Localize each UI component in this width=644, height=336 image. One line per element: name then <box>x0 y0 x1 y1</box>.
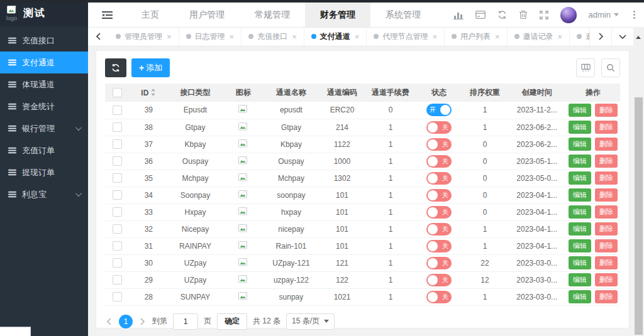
sidebar-item[interactable]: 体现通道 <box>0 73 88 95</box>
per-page-select[interactable]: 15 条/页 <box>286 313 335 330</box>
sidebar-item[interactable]: 支付通道 <box>0 51 88 73</box>
current-page-button[interactable]: 1 <box>119 315 133 328</box>
delete-button[interactable]: 删除 <box>595 121 618 134</box>
row-checkbox[interactable] <box>113 156 122 166</box>
menu-collapse-icon[interactable] <box>88 11 126 19</box>
tabs-scroll-right-icon[interactable] <box>589 27 611 46</box>
nav-item[interactable]: 系统管理 <box>370 3 436 27</box>
status-toggle[interactable]: 关 <box>426 274 452 286</box>
sidebar-item[interactable]: 提现订单 <box>0 161 88 183</box>
select-all-checkbox[interactable] <box>113 88 122 97</box>
search-button[interactable] <box>601 58 620 77</box>
tab-item[interactable]: 日志管理× <box>179 27 242 46</box>
scrollbar-thumb[interactable] <box>635 97 643 335</box>
tab-item[interactable]: 用户列表× <box>445 27 508 46</box>
tab-item[interactable]: 邀请记录× <box>508 27 570 46</box>
status-toggle[interactable]: 关 <box>426 189 452 202</box>
close-icon[interactable]: × <box>230 32 235 41</box>
edit-button[interactable]: 编辑 <box>569 222 591 236</box>
edit-button[interactable]: 编辑 <box>569 205 591 219</box>
refresh-button[interactable] <box>105 58 126 77</box>
more-options-icon[interactable] <box>631 9 638 20</box>
add-button[interactable]: +添加 <box>131 58 170 77</box>
row-checkbox[interactable] <box>113 139 122 149</box>
tab-item[interactable]: 支付通道× <box>304 27 367 46</box>
row-checkbox[interactable] <box>113 241 122 251</box>
edit-button[interactable]: 编辑 <box>569 154 591 168</box>
status-toggle[interactable]: 关 <box>426 138 452 151</box>
goto-page-input[interactable] <box>173 313 198 330</box>
trash-icon[interactable] <box>519 10 528 19</box>
status-toggle[interactable]: 关 <box>426 121 452 134</box>
bar-chart-icon[interactable] <box>453 11 464 19</box>
vertical-scrollbar[interactable] <box>633 27 644 336</box>
close-icon[interactable]: × <box>167 32 172 41</box>
delete-button[interactable]: 删除 <box>595 154 618 168</box>
status-toggle[interactable]: 关 <box>426 240 452 252</box>
tabs-menu-icon[interactable] <box>611 27 633 46</box>
edit-button[interactable]: 编辑 <box>569 138 591 151</box>
prev-page-icon[interactable] <box>105 318 113 325</box>
edit-button[interactable]: 编辑 <box>569 239 591 252</box>
delete-button[interactable]: 删除 <box>595 273 618 286</box>
edit-button[interactable]: 编辑 <box>569 290 591 303</box>
close-icon[interactable]: × <box>432 32 437 41</box>
sidebar-item[interactable]: 银行管理 <box>0 117 88 139</box>
avatar[interactable] <box>560 7 577 23</box>
status-toggle[interactable]: 关 <box>426 155 452 168</box>
fullscreen-icon[interactable] <box>540 11 548 19</box>
delete-button[interactable]: 删除 <box>595 138 618 151</box>
status-toggle[interactable]: 关 <box>426 291 452 303</box>
row-checkbox[interactable] <box>113 207 122 217</box>
edit-button[interactable]: 编辑 <box>569 273 591 286</box>
edit-button[interactable]: 编辑 <box>569 171 591 185</box>
close-icon[interactable]: × <box>355 32 360 41</box>
delete-button[interactable]: 删除 <box>595 222 618 236</box>
status-toggle[interactable]: 关 <box>426 172 452 185</box>
nav-item[interactable]: 主页 <box>126 3 174 27</box>
delete-button[interactable]: 删除 <box>595 239 618 252</box>
logo[interactable]: logo 测试 <box>0 0 88 26</box>
columns-button[interactable] <box>576 58 595 77</box>
sidebar-item[interactable]: 资金统计 <box>0 95 88 117</box>
row-checkbox[interactable] <box>113 258 122 268</box>
row-checkbox[interactable] <box>113 292 122 301</box>
tab-item[interactable]: 管理员管理× <box>109 27 179 46</box>
sidebar-item[interactable]: 利息宝 <box>0 183 88 205</box>
next-page-icon[interactable] <box>138 318 147 325</box>
status-toggle[interactable]: 关 <box>426 257 452 269</box>
nav-item[interactable]: 常规管理 <box>240 3 305 27</box>
edit-button[interactable]: 编辑 <box>569 121 591 134</box>
status-toggle[interactable]: 开 <box>426 104 452 116</box>
nav-item[interactable]: 财务管理 <box>305 3 370 27</box>
status-toggle[interactable]: 关 <box>426 223 452 236</box>
sidebar-item[interactable]: 充值接口 <box>0 30 88 51</box>
edit-button[interactable]: 编辑 <box>569 256 591 269</box>
row-checkbox[interactable] <box>113 122 122 132</box>
row-checkbox[interactable] <box>113 275 122 285</box>
sidebar-item[interactable]: 充值订单 <box>0 139 88 161</box>
close-icon[interactable]: × <box>558 32 563 41</box>
tab-item[interactable]: 代理节点管理× <box>367 27 445 46</box>
row-checkbox[interactable] <box>113 190 122 200</box>
tab-item[interactable]: 充值接口× <box>242 27 304 46</box>
card-icon[interactable] <box>475 11 486 19</box>
tabs-scroll-left-icon[interactable] <box>88 27 109 46</box>
refresh-icon[interactable] <box>497 10 507 19</box>
delete-button[interactable]: 删除 <box>595 290 618 303</box>
delete-button[interactable]: 删除 <box>595 104 618 117</box>
delete-button[interactable]: 删除 <box>595 205 618 219</box>
status-toggle[interactable]: 关 <box>426 206 452 219</box>
scroll-up-arrow-icon[interactable] <box>636 36 641 39</box>
tab-item[interactable]: 邀请码管理× <box>570 27 589 46</box>
nav-item[interactable]: 用户管理 <box>174 3 240 27</box>
row-checkbox[interactable] <box>113 173 122 183</box>
delete-button[interactable]: 删除 <box>595 256 618 269</box>
close-icon[interactable]: × <box>292 32 297 41</box>
close-icon[interactable]: × <box>495 32 500 41</box>
delete-button[interactable]: 删除 <box>595 171 618 185</box>
row-checkbox[interactable] <box>113 224 122 234</box>
row-checkbox[interactable] <box>113 106 122 115</box>
user-menu[interactable]: admin <box>589 10 619 19</box>
delete-button[interactable]: 删除 <box>595 188 618 202</box>
